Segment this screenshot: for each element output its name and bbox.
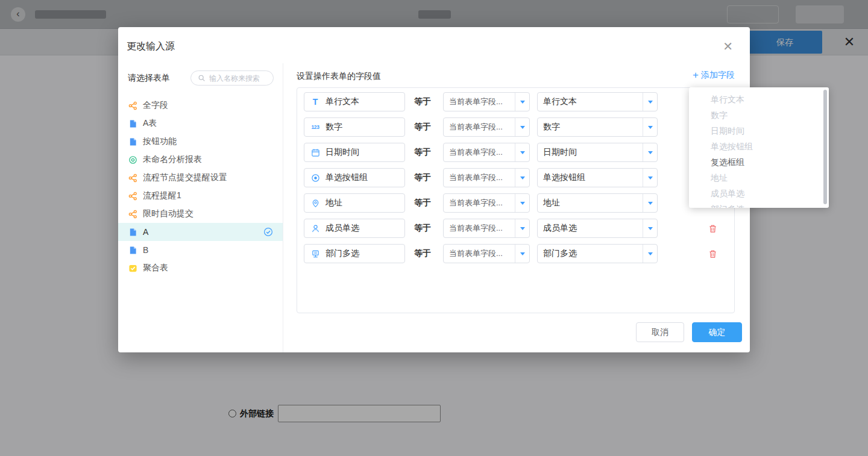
value-field-select[interactable]: 单行文本 <box>537 92 658 111</box>
chevron-down-icon <box>643 245 657 263</box>
chevron-down-icon <box>515 93 529 111</box>
location-icon <box>310 199 320 208</box>
value-field-value: 日期时间 <box>538 147 643 158</box>
field-name-text: 数字 <box>326 122 342 133</box>
confirm-button[interactable]: 确定 <box>692 322 742 342</box>
date-icon <box>310 148 320 157</box>
form-list-item[interactable]: A表 <box>118 114 283 133</box>
field-row: 日期时间等于当前表单字段...日期时间 <box>304 143 658 162</box>
change-input-source-dialog: 更改输入源 ✕ 请选择表单 全字段A表按钮功能未命名分析报表流程节点提交提醒设置… <box>118 27 750 352</box>
source-field-select[interactable]: 当前表单字段... <box>443 143 530 162</box>
cancel-button[interactable]: 取消 <box>636 322 684 342</box>
field-name-input[interactable]: 地址 <box>304 193 405 213</box>
form-list-item-label: A <box>143 227 148 237</box>
value-field-select[interactable]: 单选按钮组 <box>537 168 658 187</box>
chevron-down-icon <box>515 169 529 187</box>
department-icon <box>310 249 320 258</box>
search-input[interactable] <box>209 74 268 83</box>
chevron-down-icon <box>643 194 657 212</box>
form-list-item[interactable]: 未命名分析报表 <box>118 151 283 169</box>
field-row: 成员单选等于当前表单字段...成员单选 <box>304 219 717 238</box>
field-name-input[interactable]: 单选按钮组 <box>304 168 405 187</box>
source-field-select[interactable]: 当前表单字段... <box>443 219 530 238</box>
member-icon <box>310 224 320 233</box>
source-field-value: 当前表单字段... <box>444 147 515 158</box>
form-list: 全字段A表按钮功能未命名分析报表流程节点提交提醒设置流程提醒1限时自动提交AB聚… <box>118 96 283 277</box>
field-row: 单选按钮组等于当前表单字段...单选按钮组 <box>304 168 658 187</box>
source-field-select[interactable]: 当前表单字段... <box>443 193 530 213</box>
field-name-input[interactable]: 部门多选 <box>304 244 405 263</box>
add-field-label: 添加字段 <box>701 70 735 81</box>
chevron-down-icon <box>643 169 657 187</box>
source-field-value: 当前表单字段... <box>444 122 515 133</box>
scrollbar-thumb[interactable] <box>823 90 827 204</box>
value-field-value: 单选按钮组 <box>538 172 643 183</box>
value-field-select[interactable]: 部门多选 <box>537 244 658 263</box>
form-sidebar: 请选择表单 全字段A表按钮功能未命名分析报表流程节点提交提醒设置流程提醒1限时自… <box>118 63 283 352</box>
operator-label: 等于 <box>414 248 432 259</box>
add-field-menu-item[interactable]: 复选框组 <box>689 154 829 170</box>
field-name-text: 地址 <box>326 198 342 208</box>
add-field-menu-item[interactable]: 单选按钮组 <box>689 139 829 154</box>
trash-icon[interactable] <box>708 224 717 233</box>
form-list-item[interactable]: A <box>118 223 283 241</box>
field-name-text: 单选按钮组 <box>326 172 368 183</box>
add-field-menu-item[interactable]: 地址 <box>689 170 829 186</box>
source-field-select[interactable]: 当前表单字段... <box>443 117 530 137</box>
operator-label: 等于 <box>414 198 432 208</box>
form-list-item[interactable]: 按钮功能 <box>118 133 283 151</box>
value-field-value: 单行文本 <box>538 96 643 107</box>
value-field-value: 数字 <box>538 122 643 133</box>
form-list-item[interactable]: 限时自动提交 <box>118 205 283 223</box>
search-box[interactable] <box>190 70 274 86</box>
source-field-value: 当前表单字段... <box>444 172 515 183</box>
source-field-value: 当前表单字段... <box>444 248 515 259</box>
form-list-item-label: 限时自动提交 <box>143 208 193 219</box>
add-field-menu-item[interactable]: 日期时间 <box>689 123 829 139</box>
field-name-text: 日期时间 <box>326 147 359 158</box>
form-list-item-label: 全字段 <box>143 100 168 111</box>
form-list-item[interactable]: 全字段 <box>118 96 283 114</box>
source-field-select[interactable]: 当前表单字段... <box>443 92 530 111</box>
field-name-input[interactable]: 日期时间 <box>304 143 405 162</box>
form-list-item[interactable]: B <box>118 241 283 259</box>
field-name-text: 成员单选 <box>326 223 359 234</box>
field-row: 123数字等于当前表单字段...数字 <box>304 117 658 137</box>
form-list-item[interactable]: 流程节点提交提醒设置 <box>118 169 283 187</box>
field-name-input[interactable]: 123数字 <box>304 117 405 137</box>
flow-icon <box>128 101 137 110</box>
source-field-select[interactable]: 当前表单字段... <box>443 244 530 263</box>
source-field-value: 当前表单字段... <box>444 223 515 234</box>
field-name-text: 单行文本 <box>326 96 359 107</box>
value-field-select[interactable]: 成员单选 <box>537 219 658 238</box>
add-field-button[interactable]: + 添加字段 <box>693 70 735 81</box>
field-row: 部门多选等于当前表单字段...部门多选 <box>304 244 717 263</box>
form-list-item-label: B <box>143 245 148 255</box>
chevron-down-icon <box>643 143 657 161</box>
value-field-select[interactable]: 数字 <box>537 117 658 137</box>
fields-heading: 设置操作表单的字段值 <box>297 71 381 82</box>
form-list-item-label: A表 <box>143 118 157 129</box>
value-field-select[interactable]: 地址 <box>537 193 658 213</box>
add-field-menu-item[interactable]: 成员单选 <box>689 186 829 201</box>
value-field-value: 地址 <box>538 198 643 208</box>
value-field-select[interactable]: 日期时间 <box>537 143 658 162</box>
form-list-item[interactable]: 流程提醒1 <box>118 187 283 205</box>
form-list-item-label: 聚合表 <box>143 263 168 273</box>
field-name-input[interactable]: 成员单选 <box>304 219 405 238</box>
source-field-select[interactable]: 当前表单字段... <box>443 168 530 187</box>
field-settings-area: 设置操作表单的字段值 + 添加字段 T单行文本等于当前表单字段...单行文本12… <box>284 63 750 352</box>
form-list-item[interactable]: 聚合表 <box>118 259 283 277</box>
form-list-item-label: 流程节点提交提醒设置 <box>143 172 227 183</box>
add-field-menu-item[interactable]: 单行文本 <box>689 92 829 107</box>
field-name-input[interactable]: T单行文本 <box>304 92 405 111</box>
chevron-down-icon <box>515 219 529 237</box>
dialog-close-icon[interactable]: ✕ <box>723 39 733 54</box>
operator-label: 等于 <box>414 96 432 107</box>
trash-icon[interactable] <box>708 249 717 258</box>
chevron-down-icon <box>515 118 529 136</box>
sidebar-heading: 请选择表单 <box>128 73 170 84</box>
chevron-down-icon <box>643 118 657 136</box>
add-field-menu-item[interactable]: 部门多选 <box>689 201 829 208</box>
add-field-menu-item[interactable]: 数字 <box>689 107 829 123</box>
